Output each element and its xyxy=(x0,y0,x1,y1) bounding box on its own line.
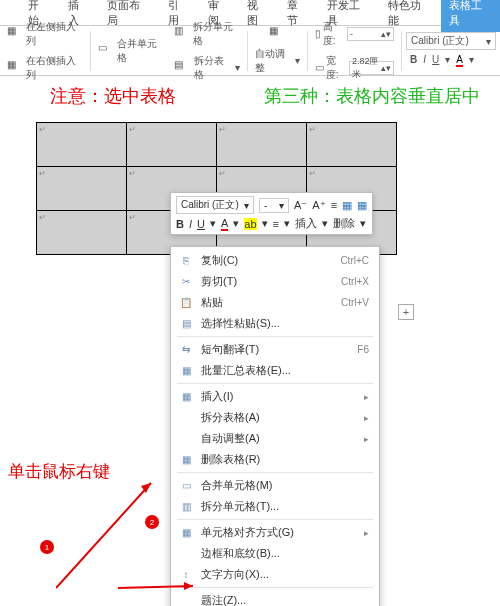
document-area: ↵↵↵↵ ↵↵↵↵ ↵↵↵↵ + xyxy=(0,112,500,265)
merge-icon: ▭ xyxy=(98,42,115,60)
mini-fill-icon[interactable]: ▦ xyxy=(357,199,367,212)
svg-marker-3 xyxy=(184,582,193,590)
insert-col-right-button[interactable]: ▦在右侧插入列 xyxy=(4,52,86,84)
indent-icon[interactable]: ≡ xyxy=(331,199,337,211)
ctx-batch[interactable]: ▦批量汇总表格(E)... xyxy=(171,360,379,381)
insert-right-icon: ▦ xyxy=(7,59,24,77)
insert-left-icon: ▦ xyxy=(7,25,24,43)
mini-delete-button[interactable]: 删除 xyxy=(333,216,355,231)
split-cell-button[interactable]: ▥拆分单元格 xyxy=(171,18,243,50)
paste-special-icon: ▤ xyxy=(179,317,193,331)
paste-icon: 📋 xyxy=(179,296,193,310)
decrease-font-icon[interactable]: A⁻ xyxy=(294,199,307,212)
translate-icon: ⇆ xyxy=(179,343,193,357)
mini-size-select[interactable]: -▾ xyxy=(259,198,289,213)
tab-table-tools[interactable]: 表格工具 xyxy=(441,0,500,32)
font-select[interactable]: Calibri (正文)▾ xyxy=(406,32,496,50)
ctx-insert[interactable]: ▦插入(I)▸ xyxy=(171,386,379,407)
increase-font-icon[interactable]: A⁺ xyxy=(312,199,325,212)
annotation-method: 第三种：表格内容垂直居中 xyxy=(264,84,480,108)
split-cell-icon: ▥ xyxy=(174,25,191,43)
ctx-split-table[interactable]: 拆分表格(A)▸ xyxy=(171,407,379,428)
auto-adjust-icon: ▦ xyxy=(269,25,287,43)
add-column-button[interactable]: + xyxy=(398,304,414,320)
mini-highlight-button[interactable]: ab xyxy=(244,218,256,230)
ctx-delete-table[interactable]: ▦删除表格(R) xyxy=(171,449,379,470)
bold-button[interactable]: B xyxy=(410,54,417,67)
mini-table-icon[interactable]: ▦ xyxy=(342,199,352,212)
mini-align-button[interactable]: ≡ xyxy=(273,218,279,230)
toolbar: ▦在左侧插入列 ▦在右侧插入列 ▭合并单元格 ▥拆分单元格 ▤拆分表格▾ ▦ 自… xyxy=(0,26,500,76)
split-table-icon: ▤ xyxy=(174,59,192,77)
mini-toolbar: Calibri (正文)▾ -▾ A⁻ A⁺ ≡ ▦ ▦ B I U▾ A▾ a… xyxy=(170,192,373,235)
merge-cells-button[interactable]: ▭合并单元格 xyxy=(95,35,167,67)
insert-col-left-button[interactable]: ▦在左侧插入列 xyxy=(4,18,86,50)
annotation-badge-1: 1 xyxy=(40,540,54,554)
svg-line-2 xyxy=(118,586,193,588)
mini-font-color-button[interactable]: A xyxy=(221,217,228,231)
split-table-button[interactable]: ▤拆分表格▾ xyxy=(171,52,243,84)
ctx-copy[interactable]: ⎘复制(C)Ctrl+C xyxy=(171,250,379,271)
insert-icon: ▦ xyxy=(179,390,193,404)
auto-adjust-button[interactable]: 自动调整▾ xyxy=(252,45,302,77)
batch-icon: ▦ xyxy=(179,364,193,378)
copy-icon: ⎘ xyxy=(179,254,193,268)
ctx-paste[interactable]: 📋粘贴Ctrl+V xyxy=(171,292,379,313)
mini-underline-button[interactable]: U xyxy=(197,218,205,230)
height-icon: ▯ xyxy=(315,28,321,39)
mini-bold-button[interactable]: B xyxy=(176,218,184,230)
width-icon: ▭ xyxy=(315,62,324,73)
cut-icon: ✂ xyxy=(179,275,193,289)
mini-insert-button[interactable]: 插入 xyxy=(295,216,317,231)
annotation-note: 注意：选中表格 xyxy=(50,84,176,108)
ctx-paste-special[interactable]: ▤选择性粘贴(S)... xyxy=(171,313,379,334)
document-table[interactable]: ↵↵↵↵ ↵↵↵↵ ↵↵↵↵ xyxy=(36,122,397,255)
arrow-2 xyxy=(118,478,208,598)
ctx-auto-adjust[interactable]: 自动调整(A)▸ xyxy=(171,428,379,449)
mini-font-select[interactable]: Calibri (正文)▾ xyxy=(176,196,254,214)
col-width-field[interactable]: ▭宽度:2.82厘米▴▾ xyxy=(312,52,397,84)
font-color-button[interactable]: A xyxy=(456,54,463,67)
delete-table-icon: ▦ xyxy=(179,453,193,467)
row-height-field[interactable]: ▯高度:-▴▾ xyxy=(312,18,397,50)
italic-button[interactable]: I xyxy=(423,54,426,67)
mini-italic-button[interactable]: I xyxy=(189,218,192,230)
ctx-cut[interactable]: ✂剪切(T)Ctrl+X xyxy=(171,271,379,292)
table-row[interactable]: ↵↵↵↵ xyxy=(37,123,397,167)
ctx-translate[interactable]: ⇆短句翻译(T)F6 xyxy=(171,339,379,360)
tab-layout[interactable]: 页面布局 xyxy=(99,0,158,32)
underline-button[interactable]: U xyxy=(432,54,439,67)
